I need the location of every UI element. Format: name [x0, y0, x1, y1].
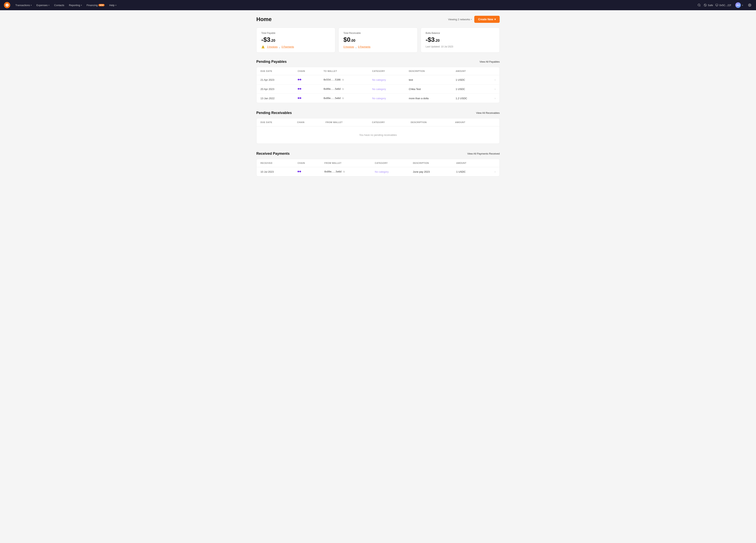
polygon-icon: [298, 88, 302, 90]
copy-wallet-button[interactable]: ⧉: [342, 87, 344, 91]
bulla-balance-card: Bulla Balance -$3.20 Last Updated: 10 Ju…: [421, 28, 500, 53]
wallet-cell: 0x554...5166⧉: [320, 75, 368, 84]
nav-expenses[interactable]: Expenses ▾: [34, 3, 51, 8]
col-category: CATEGORY: [368, 67, 405, 75]
received-date-cell: 10 Jul 2023: [257, 167, 294, 176]
view-all-payables-link[interactable]: View All Payables: [480, 60, 500, 63]
chain-cell: [294, 84, 320, 94]
page-title: Home: [256, 16, 272, 22]
view-all-payments-link[interactable]: View All Payments Received: [467, 152, 500, 155]
pending-receivables-section: Pending Receivables View All Receivables…: [256, 111, 500, 144]
wallet-address[interactable]: 0x5C...22f: [715, 4, 731, 7]
total-receivable-value: $0.00: [343, 36, 412, 43]
col-due-date: DUE DATE: [257, 118, 293, 126]
table-row[interactable]: 20 Apr 2023 0x89e...5e6d⧉ No category Ch…: [257, 84, 499, 94]
col-amount: AMOUNT: [452, 159, 484, 167]
amount-cell: 1 USDC: [452, 84, 485, 94]
nav-reporting[interactable]: Reporting ▾: [67, 3, 84, 8]
amount-cell: 1 USDC: [452, 167, 484, 176]
last-updated-text: Last Updated: 10 Jul 2023: [426, 45, 495, 48]
chevron-down-icon: ▾: [31, 4, 32, 6]
amount-cell: 1 USDC: [452, 75, 485, 84]
viewing-networks-dropdown[interactable]: Viewing 2 networks ▾: [448, 18, 472, 21]
view-all-receivables-link[interactable]: View All Receivables: [476, 111, 500, 114]
row-chevron: ›: [485, 94, 499, 103]
settings-button[interactable]: [747, 3, 752, 7]
chain-icon-container: [297, 170, 316, 173]
row-chevron: ›: [485, 84, 499, 94]
avatar: AU: [735, 2, 741, 8]
chevron-down-icon: ▾: [48, 4, 49, 6]
new-badge: NEW: [98, 4, 105, 6]
received-payments-table-container: RECEIVED CHAIN FROM WALLET CATEGORY DESC…: [256, 159, 500, 176]
wallet-cell: 0x89e...5e6d⧉: [321, 167, 371, 176]
category-cell[interactable]: No category: [371, 167, 409, 176]
wallet-address-cell: 0x89e...5e6d⧉: [324, 170, 367, 173]
chain-cell: [294, 167, 320, 176]
col-chain: CHAIN: [294, 67, 320, 75]
row-chevron: ›: [485, 75, 499, 84]
total-payable-card: Total Payable -$3.20 ⚠️ 3 Invoices , 0 P…: [256, 28, 335, 53]
due-date-cell: 20 Apr 2023: [257, 84, 294, 94]
pending-receivables-table-container: DUE DATE CHAIN FROM WALLET CATEGORY DESC…: [256, 118, 500, 144]
received-payments-title: Received Payments: [256, 152, 290, 156]
bulla-balance-value: -$3.20: [426, 36, 495, 43]
due-date-cell: 21 Apr 2023: [257, 75, 294, 84]
total-receivable-card: Total Receivable $0.00 0 Invoices , 0 Pa…: [338, 28, 417, 53]
invoices-link[interactable]: 3 Invoices: [267, 45, 278, 48]
copy-wallet-button[interactable]: ⧉: [342, 96, 344, 100]
create-new-button[interactable]: Create New ▾: [474, 16, 500, 23]
user-avatar-button[interactable]: AU ▾: [733, 1, 745, 9]
nav-help[interactable]: Help ▾: [107, 3, 118, 8]
payments-link[interactable]: 0 Payments: [282, 45, 294, 48]
chain-icon-container: [298, 88, 316, 90]
copy-wallet-button[interactable]: ⧉: [342, 78, 344, 82]
amount-cell: 1.2 USDC: [452, 94, 485, 103]
category-cell[interactable]: No category: [368, 94, 405, 103]
category-cell[interactable]: No category: [368, 75, 405, 84]
description-cell: June pay 2023: [409, 167, 452, 176]
polygon-icon: [297, 170, 301, 173]
wallet-address-cell: 0x89e...5e6d⧉: [323, 96, 364, 100]
total-payable-label: Total Payable: [261, 32, 330, 34]
total-payable-value: -$3.20: [261, 36, 330, 43]
nav-contacts[interactable]: Contacts: [52, 3, 66, 8]
col-description: DESCRIPTION: [409, 159, 452, 167]
search-button[interactable]: [697, 3, 701, 7]
receivable-payments-link[interactable]: 0 Payments: [358, 45, 370, 48]
polygon-icon: [298, 97, 302, 100]
nav-transactions[interactable]: Transactions ▾: [13, 3, 34, 8]
wallet-cell: 0x89e...5e6d⧉: [320, 84, 368, 94]
pending-receivables-header: Pending Receivables View All Receivables: [256, 111, 500, 115]
table-row[interactable]: 10 Jul 2023 0x89e...5e6d⧉ No category Ju…: [257, 167, 499, 176]
svg-point-2: [749, 5, 750, 6]
col-chain: CHAIN: [293, 118, 322, 126]
nav-financing[interactable]: Financing NEW: [85, 3, 107, 8]
received-payments-section: Received Payments View All Payments Rece…: [256, 152, 500, 176]
total-receivable-links: 0 Invoices , 0 Payments: [343, 45, 412, 48]
copy-wallet-button[interactable]: ⧉: [343, 170, 345, 173]
chevron-down-icon: ▾: [494, 18, 496, 21]
svg-point-0: [698, 4, 700, 6]
app-logo[interactable]: [4, 2, 10, 8]
main-content: Home Viewing 2 networks ▾ Create New ▾ T…: [250, 10, 506, 190]
description-cell: more than a dolla: [405, 94, 452, 103]
pending-payables-title: Pending Payables: [256, 60, 287, 64]
col-chain: CHAIN: [294, 159, 320, 167]
safe-indicator[interactable]: Safe: [704, 4, 713, 7]
table-row[interactable]: 21 Apr 2023 0x554...5166⧉ No category te…: [257, 75, 499, 84]
table-row[interactable]: 13 Jan 2022 0x89e...5e6d⧉ No category mo…: [257, 94, 499, 103]
empty-message: You have no pending receivables: [257, 126, 499, 144]
chain-cell: [294, 94, 320, 103]
description-cell: Chika Test: [405, 84, 452, 94]
receivables-header-row: DUE DATE CHAIN FROM WALLET CATEGORY DESC…: [257, 118, 499, 126]
total-payable-links: ⚠️ 3 Invoices , 0 Payments: [261, 45, 330, 48]
col-description: DESCRIPTION: [407, 118, 451, 126]
chain-cell: [294, 75, 320, 84]
pending-receivables-table: DUE DATE CHAIN FROM WALLET CATEGORY DESC…: [257, 118, 499, 144]
col-category: CATEGORY: [371, 159, 409, 167]
due-date-cell: 13 Jan 2022: [257, 94, 294, 103]
category-cell[interactable]: No category: [368, 84, 405, 94]
receivable-invoices-link[interactable]: 0 Invoices: [343, 45, 354, 48]
received-payments-table: RECEIVED CHAIN FROM WALLET CATEGORY DESC…: [257, 159, 499, 176]
